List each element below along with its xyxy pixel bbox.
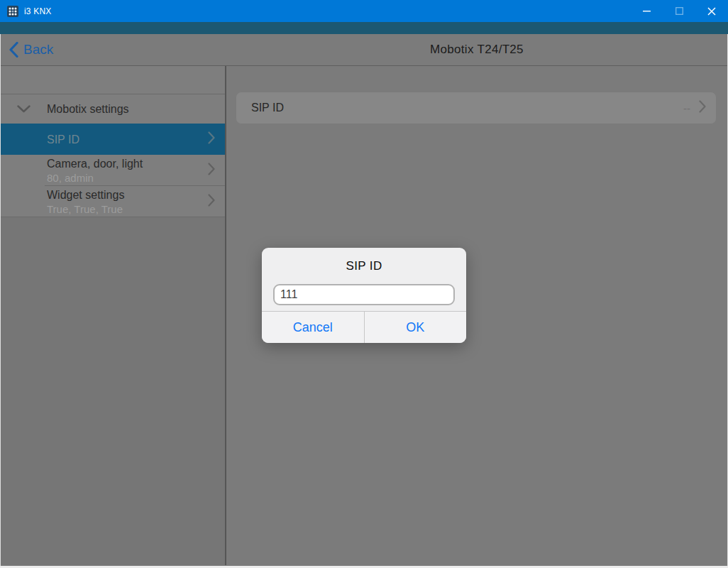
cancel-button[interactable]: Cancel xyxy=(262,312,365,343)
chevron-right-icon xyxy=(208,163,215,178)
sidebar: Mobotix settings SIP ID Camera, door, li… xyxy=(1,66,226,565)
back-button[interactable]: Back xyxy=(9,34,53,65)
chevron-right-icon xyxy=(208,194,215,209)
sip-id-input[interactable] xyxy=(273,284,455,305)
setting-value: -- xyxy=(683,102,690,114)
chevron-left-icon xyxy=(9,42,18,58)
sip-id-dialog: SIP ID Cancel OK xyxy=(262,248,466,343)
ok-button[interactable]: OK xyxy=(365,312,467,343)
chevron-right-icon xyxy=(208,131,215,147)
sidebar-filler xyxy=(1,217,225,565)
sidebar-item-subtitle: 80, admin xyxy=(47,171,202,185)
close-icon xyxy=(707,7,716,16)
titlebar: i3 KNX xyxy=(0,0,728,22)
maximize-icon xyxy=(675,7,683,15)
sidebar-item-widget-settings[interactable]: Widget settings True, True, True xyxy=(1,186,225,217)
accent-strip xyxy=(0,22,728,34)
row-divider xyxy=(1,217,225,217)
window-title: i3 KNX xyxy=(24,6,52,16)
sidebar-item-sip-id[interactable]: SIP ID xyxy=(1,124,225,155)
dialog-button-row: Cancel OK xyxy=(262,311,466,343)
sidebar-empty-row xyxy=(1,66,225,94)
sidebar-item-label: SIP ID xyxy=(47,132,202,147)
chevron-down-icon xyxy=(1,105,47,113)
sip-id-setting-row[interactable]: SIP ID -- xyxy=(236,92,716,124)
maximize-button[interactable] xyxy=(663,0,695,22)
sidebar-item-label: Widget settings xyxy=(47,187,202,202)
dialog-title: SIP ID xyxy=(262,259,466,273)
minimize-icon xyxy=(643,7,651,15)
sidebar-item-camera-door-light[interactable]: Camera, door, light 80, admin xyxy=(1,155,225,186)
sidebar-group-mobotix-settings[interactable]: Mobotix settings xyxy=(1,94,225,124)
page-title: Mobotix T24/T25 xyxy=(226,34,727,65)
sidebar-group-label: Mobotix settings xyxy=(47,103,129,116)
app-window: i3 KNX Back Mobotix T24/T25 xyxy=(0,0,728,568)
setting-label: SIP ID xyxy=(251,102,683,114)
close-button[interactable] xyxy=(695,0,728,22)
chevron-right-icon xyxy=(699,100,706,116)
app-icon xyxy=(7,6,18,17)
navigation-bar: Back Mobotix T24/T25 xyxy=(1,34,727,66)
minimize-button[interactable] xyxy=(630,0,663,22)
sidebar-item-subtitle: True, True, True xyxy=(47,202,202,217)
sidebar-item-label: Camera, door, light xyxy=(47,156,202,171)
back-label: Back xyxy=(23,42,53,58)
